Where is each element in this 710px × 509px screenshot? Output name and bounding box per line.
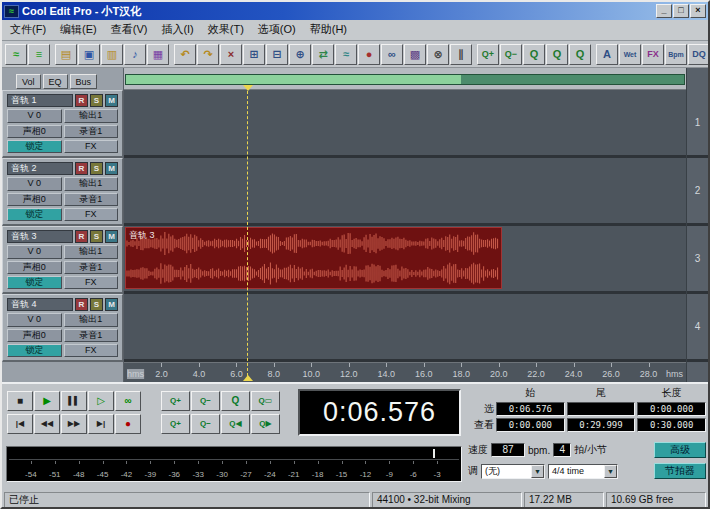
track-4-fx-button[interactable]: FX [64, 344, 119, 357]
track-1-record-device-button[interactable]: 录音1 [64, 125, 119, 138]
track-1-name[interactable]: 音轨 1 [7, 94, 73, 107]
zoom-out-full-button[interactable]: Q [221, 391, 250, 411]
redo-button[interactable]: ↷ [197, 44, 219, 65]
track-2-solo-button[interactable]: S [90, 162, 103, 175]
bpm-dialog-button[interactable]: Bpm [665, 44, 687, 65]
track-1-pan-button[interactable]: 声相0 [7, 125, 62, 138]
track-1-arm-button[interactable]: R [75, 94, 88, 107]
info-field-2-1[interactable]: 0:00.000 [496, 418, 565, 432]
play-button[interactable]: ▶ [34, 391, 60, 411]
playhead-top-marker-icon[interactable] [243, 85, 253, 91]
play-looped-button[interactable]: ∞ [115, 391, 141, 411]
save-session-button[interactable]: ▣ [78, 44, 100, 65]
zoom-next-button[interactable]: Q [569, 44, 591, 65]
track-4-lock-button[interactable]: 锁定 [7, 344, 62, 357]
horizontal-range-bar[interactable] [125, 74, 685, 85]
track-4-name[interactable]: 音轨 4 [7, 298, 73, 311]
timeline-lane-2[interactable] [124, 158, 686, 226]
info-field-2-2[interactable]: 0:29.999 [567, 418, 636, 432]
clip-envelope-button[interactable]: ≈ [335, 44, 357, 65]
pause-button[interactable]: ▌▌ [61, 391, 87, 411]
crossfade-button[interactable]: ⇄ [312, 44, 334, 65]
record-button[interactable]: ● [115, 414, 141, 434]
menu-edit[interactable]: 编辑(E) [53, 20, 104, 40]
track-1-mute-button[interactable]: M [105, 94, 118, 107]
track-1-volume-button[interactable]: V 0 [7, 109, 62, 122]
tab-vol[interactable]: Vol [16, 74, 41, 89]
key-dropdown-arrow-icon[interactable]: ▼ [531, 465, 544, 478]
zoom-out-vertical-button[interactable]: Q− [191, 414, 220, 434]
export-mixdown-button[interactable]: ▦ [147, 44, 169, 65]
zoom-left-edge-button[interactable]: Q◀ [221, 414, 250, 434]
wet-dry-envelope-button[interactable]: Wet [619, 44, 641, 65]
timeline-lane-1[interactable] [124, 90, 686, 158]
zoom-in-toolbar-button[interactable]: Q+ [477, 44, 499, 65]
track-2-output-button[interactable]: 输出1 [64, 177, 119, 190]
track-2-volume-button[interactable]: V 0 [7, 177, 62, 190]
track-3-name[interactable]: 音轨 3 [7, 230, 73, 243]
level-meter[interactable]: -54-51-48-45-42-39-36-33-30-27-24-21-18-… [6, 446, 462, 482]
punch-in-button[interactable]: ● [358, 44, 380, 65]
track-2-pan-button[interactable]: 声相0 [7, 193, 62, 206]
track-2-mute-button[interactable]: M [105, 162, 118, 175]
track-4-pan-button[interactable]: 声相0 [7, 329, 62, 342]
track-3-record-device-button[interactable]: 录音1 [64, 261, 119, 274]
info-field-1-1[interactable]: 0:06.576 [496, 402, 565, 416]
track-2-lock-button[interactable]: 锁定 [7, 208, 62, 221]
maximize-button[interactable]: □ [673, 4, 689, 18]
group-clips-button[interactable]: ▩ [404, 44, 426, 65]
track-1-output-button[interactable]: 输出1 [64, 109, 119, 122]
time-signature-dropdown[interactable]: 4/4 time ▼ [548, 464, 618, 479]
go-to-end-button[interactable]: ▶| [88, 414, 114, 434]
zoom-right-edge-button[interactable]: Q▶ [251, 414, 280, 434]
playhead-bottom-marker-icon[interactable] [243, 375, 253, 381]
menu-view[interactable]: 查看(V) [104, 20, 155, 40]
zoom-in-horizontal-button[interactable]: Q+ [161, 391, 190, 411]
track-3-output-button[interactable]: 输出1 [64, 245, 119, 258]
track-3-volume-button[interactable]: V 0 [7, 245, 62, 258]
loop-duplicate-button[interactable]: ∞ [381, 44, 403, 65]
menu-insert[interactable]: 插入(I) [154, 20, 200, 40]
zoom-selection-toolbar-button[interactable]: Q [523, 44, 545, 65]
menu-effects[interactable]: 效果(T) [201, 20, 251, 40]
tab-bus[interactable]: Bus [70, 74, 98, 89]
undo-button[interactable]: ↶ [174, 44, 196, 65]
track-3-fx-button[interactable]: FX [64, 276, 119, 289]
info-field-2-3[interactable]: 0:30.000 [637, 418, 706, 432]
track-1-solo-button[interactable]: S [90, 94, 103, 107]
advanced-button[interactable]: 高级 [654, 442, 706, 458]
time-signature-arrow-icon[interactable]: ▼ [604, 465, 617, 478]
track-4-volume-button[interactable]: V 0 [7, 313, 62, 326]
info-field-1-3[interactable]: 0:00.000 [637, 402, 706, 416]
track-2-name[interactable]: 音轨 2 [7, 162, 73, 175]
go-to-start-button[interactable]: |◀ [7, 414, 33, 434]
info-field-1-2[interactable] [567, 402, 636, 416]
track-1-fx-button[interactable]: FX [64, 140, 119, 153]
track-4-arm-button[interactable]: R [75, 298, 88, 311]
beats-per-bar-field[interactable]: 4 [553, 443, 571, 457]
timeline-lane-3[interactable]: 音轨 3 [124, 226, 686, 294]
track-3-pan-button[interactable]: 声相0 [7, 261, 62, 274]
track-2-arm-button[interactable]: R [75, 162, 88, 175]
track-2-fx-button[interactable]: FX [64, 208, 119, 221]
track-4-record-device-button[interactable]: 录音1 [64, 329, 119, 342]
import-file-button[interactable]: ▥ [101, 44, 123, 65]
cut-clip-button[interactable]: × [220, 44, 242, 65]
track-4-mute-button[interactable]: M [105, 298, 118, 311]
mix-paste-button[interactable]: ⊕ [289, 44, 311, 65]
zoom-out-toolbar-button[interactable]: Q− [500, 44, 522, 65]
multitrack-view-button[interactable]: ≡ [28, 44, 50, 65]
stop-button[interactable]: ■ [7, 391, 33, 411]
open-file-button[interactable]: ▤ [55, 44, 77, 65]
tab-eq[interactable]: EQ [43, 74, 68, 89]
key-dropdown[interactable]: (无) ▼ [481, 464, 545, 479]
title-bar[interactable]: ≈ Cool Edit Pro - 小T汉化 _□× [2, 2, 708, 20]
copy-clip-button[interactable]: ⊞ [243, 44, 265, 65]
zoom-in-vertical-button[interactable]: Q+ [161, 414, 190, 434]
menu-help[interactable]: 帮助(H) [303, 20, 354, 40]
insert-wave-button[interactable]: ♪ [124, 44, 146, 65]
zoom-to-selection-button[interactable]: Q▭ [251, 391, 280, 411]
timeline-ruler[interactable]: hmshms2.04.06.08.010.012.014.016.018.020… [124, 362, 686, 382]
timeline-lane-4[interactable] [124, 294, 686, 362]
fx-rack-button[interactable]: FX [642, 44, 664, 65]
